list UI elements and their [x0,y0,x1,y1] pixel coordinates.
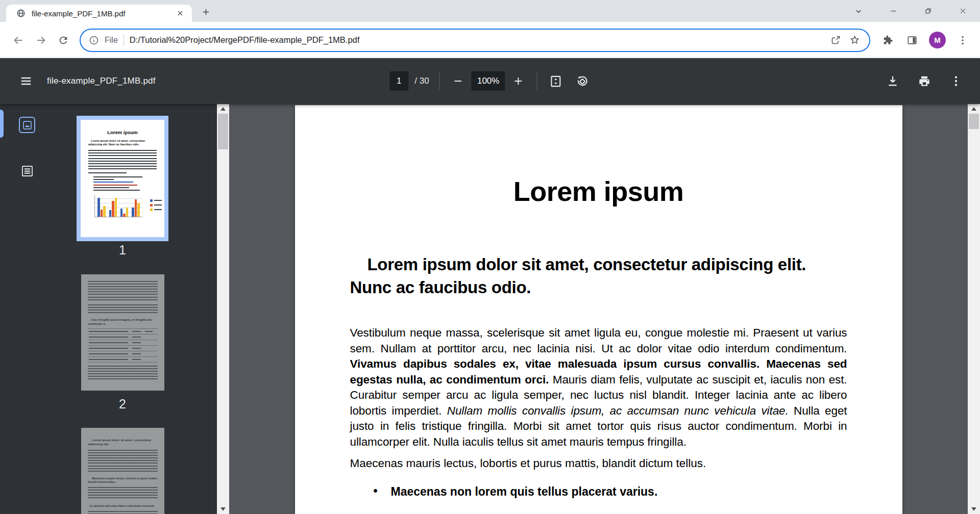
scroll-up-arrow[interactable] [217,104,229,114]
forward-button[interactable] [30,29,52,52]
download-button[interactable] [883,69,902,93]
thumb3-heading1: Lorem ipsum dolor sit amet, consectetur … [88,439,158,446]
thumb3-heading3: In eleifend velit vitae libero sollicitu… [88,504,158,508]
document-outline-button[interactable] [20,164,35,178]
sidebar-scrollbar[interactable] [217,104,229,514]
pdf-toolbar-right [883,58,966,104]
print-button[interactable] [915,69,934,93]
pdf-toolbar: file-example_PDF_1MB.pdf / 30 100% [0,58,980,104]
thumb2-table [88,328,158,363]
download-icon [886,74,899,88]
zoom-in-button[interactable] [510,71,527,91]
bullet-dot: • [374,484,378,498]
toolbar-right-cluster: M [877,30,973,50]
address-bar[interactable]: File D:/Tutorial%20Project/MergePDF/file… [80,29,870,52]
page-number-input[interactable] [389,71,408,91]
fit-to-page-button[interactable] [548,71,564,91]
new-tab-button[interactable] [198,4,213,19]
tab-strip: file-example_PDF_1MB.pdf [0,0,980,22]
reload-icon [58,35,69,46]
active-rail-indicator [0,110,4,138]
window-controls [841,0,980,22]
scroll-down-arrow[interactable] [217,504,229,514]
tab-search-chevron-icon[interactable] [841,0,876,22]
bullet-text: Maecenas non lorem quis tellus placerat … [391,485,658,498]
thumbnail-sidebar: Lorem ipsum Lorem ipsum dolor sit amet, … [0,104,217,514]
url-scheme-label: File [105,36,118,45]
thumb1-heading: Lorem ipsum dolor sit amet, consectetur … [88,139,157,146]
kebab-menu-icon [957,35,968,46]
page-thumbnail-1[interactable]: Lorem ipsum Lorem ipsum dolor sit amet, … [81,120,164,237]
sidebar-scrollbar-thumb[interactable] [218,114,228,149]
document-title: Lorem ipsum [350,175,847,207]
forward-arrow-icon [35,35,46,46]
zoom-out-button[interactable] [450,71,467,91]
thumb-label-2: 2 [81,397,164,412]
thumb1-link-line [93,182,133,183]
share-icon [830,35,841,45]
main-scrollbar-thumb[interactable] [969,114,979,129]
close-icon [960,8,966,14]
back-arrow-icon [13,35,24,46]
document-paragraph-2: Maecenas mauris lectus, lobortis et puru… [350,456,847,472]
side-panel-button[interactable] [902,30,922,50]
thumb1-title: Lorem ipsum [88,130,157,135]
pdf-toolbar-left: file-example_PDF_1MB.pdf [14,69,156,93]
plus-icon [513,75,524,87]
close-window-button[interactable] [945,0,980,22]
thumb2-heading: Cras fringilla ipsum magna, in fringilla… [88,318,158,326]
scroll-down-arrow[interactable] [968,504,980,514]
plus-icon [202,8,210,16]
star-icon [849,35,860,45]
kebab-menu-icon [949,74,963,88]
url-separator [124,35,124,46]
image-icon [22,120,33,131]
minus-icon [453,75,464,87]
url-text[interactable]: D:/Tutorial%20Project/MergePDF/file-exam… [130,35,823,45]
pdf-toolbar-center: / 30 100% [389,58,590,104]
restore-button[interactable] [911,0,945,22]
minimize-icon [890,8,897,14]
thumbnails-view-button[interactable] [19,117,35,133]
pdf-page-1: Lorem ipsum Lorem ipsum dolor sit amet, … [295,105,902,514]
thumb-label-1: 1 [81,243,164,258]
puzzle-icon [882,35,893,46]
document-paragraph-1: Vestibulum neque massa, scelerisque sit … [350,325,847,450]
pdf-filename: file-example_PDF_1MB.pdf [47,76,156,86]
tab-close-icon[interactable] [175,8,186,19]
pdf-more-options-button[interactable] [946,69,966,93]
document-heading: Lorem ipsum dolor sit amet, consectetur … [350,253,847,299]
side-panel-icon [906,35,918,46]
info-icon[interactable] [89,35,99,45]
print-icon [918,74,931,88]
browser-tab[interactable]: file-example_PDF_1MB.pdf [6,5,192,22]
thumb3-heading2: Maecenas mauris lectus, lobortis et puru… [88,477,158,484]
rotate-button[interactable] [574,71,591,91]
bookmark-star-button[interactable] [848,34,861,47]
reload-button[interactable] [52,29,75,52]
outline-list-icon [20,164,34,178]
hamburger-icon [19,74,33,88]
thumb1-red-line [93,185,137,186]
thumb1-chart [94,195,162,217]
pdf-menu-button[interactable] [14,69,38,93]
main-scrollbar[interactable] [968,104,980,514]
browser-menu-button[interactable] [952,30,973,50]
thumb1-chart-legend [150,199,162,211]
back-button[interactable] [7,29,30,52]
scroll-up-arrow[interactable] [968,104,980,114]
page-thumbnail-3[interactable]: Lorem ipsum dolor sit amet, consectetur … [81,428,164,514]
share-button[interactable] [829,34,842,47]
pdf-viewer: Lorem ipsum Lorem ipsum dolor sit amet, … [229,104,968,514]
tab-title: file-example_PDF_1MB.pdf [32,9,168,18]
thumb1-chart-bars [94,195,142,217]
page-total-label: / 30 [414,76,429,86]
page-thumbnail-2[interactable]: Cras fringilla ipsum magna, in fringilla… [81,274,164,391]
extensions-button[interactable] [877,30,898,50]
toolbar-divider [537,72,537,90]
browser-toolbar: File D:/Tutorial%20Project/MergePDF/file… [0,22,980,58]
profile-avatar[interactable]: M [929,32,946,48]
thumb1-paragraph-lines [88,150,157,170]
minimize-button[interactable] [876,0,911,22]
zoom-level-field[interactable]: 100% [472,71,505,91]
